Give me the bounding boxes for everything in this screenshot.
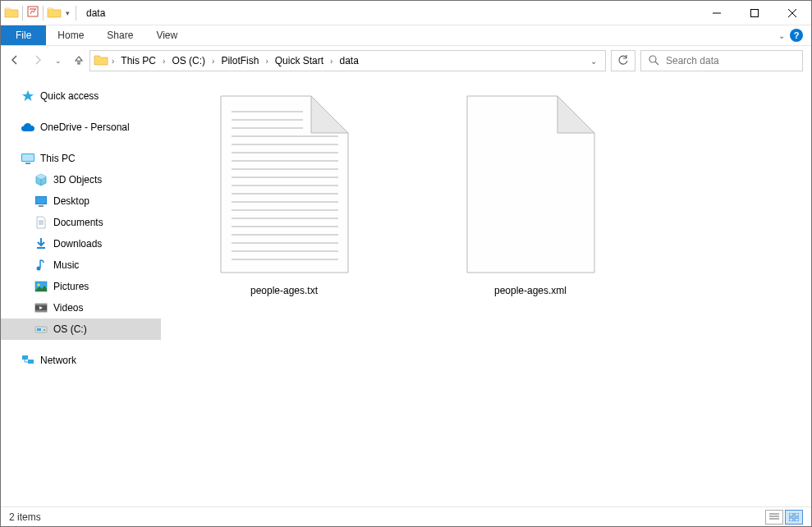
svg-rect-26 [22, 355, 28, 360]
back-button[interactable] [9, 54, 21, 68]
title-bar: ▾ data [1, 1, 811, 25]
video-icon [34, 300, 48, 315]
qat-dropdown-icon[interactable]: ▾ [63, 9, 72, 17]
recent-dropdown-icon[interactable]: ⌄ [55, 57, 62, 65]
file-label: people-ages.txt [250, 285, 318, 296]
tab-share[interactable]: Share [95, 25, 145, 45]
svg-rect-12 [39, 205, 44, 207]
svg-rect-11 [36, 197, 46, 204]
forward-button[interactable] [32, 54, 44, 68]
network-icon [21, 353, 35, 368]
svg-point-19 [38, 284, 40, 286]
window-title: data [86, 7, 698, 19]
picture-icon [34, 279, 48, 294]
quick-access-toolbar: ▾ [1, 5, 81, 21]
sidebar-os-drive[interactable]: OS (C:) [1, 318, 161, 340]
address-row: ⌄ › This PC › OS (C:) › PilotFish › Quic… [1, 46, 811, 76]
svg-point-5 [649, 56, 656, 62]
sidebar-documents[interactable]: Documents [1, 212, 161, 233]
svg-rect-22 [35, 310, 47, 312]
sidebar-item-label: Desktop [53, 195, 89, 207]
sidebar-3d-objects[interactable]: 3D Objects [1, 169, 161, 190]
pc-icon [21, 151, 35, 166]
svg-rect-2 [751, 9, 759, 16]
drive-icon [34, 322, 48, 337]
tab-home[interactable]: Home [46, 25, 95, 45]
details-view-button[interactable] [765, 510, 783, 525]
sidebar-item-label: 3D Objects [53, 174, 102, 186]
window-controls [698, 1, 811, 25]
chevron-right-icon[interactable]: › [264, 57, 269, 66]
cube-icon [34, 172, 48, 187]
ribbon-expand-icon[interactable]: ⌄ [778, 31, 785, 40]
txt-file-icon [217, 92, 352, 277]
breadcrumb[interactable]: This PC [117, 55, 159, 66]
tab-view[interactable]: View [145, 25, 189, 45]
search-input[interactable] [666, 55, 796, 66]
sidebar-music[interactable]: Music [1, 254, 161, 276]
search-box[interactable] [640, 50, 803, 71]
download-icon [34, 236, 48, 251]
sidebar-item-label: Videos [53, 302, 83, 314]
sidebar-pictures[interactable]: Pictures [1, 276, 161, 297]
up-button[interactable] [73, 54, 85, 68]
maximize-button[interactable] [736, 1, 773, 25]
file-menu[interactable]: File [1, 25, 46, 45]
sidebar-desktop[interactable]: Desktop [1, 190, 161, 212]
svg-rect-8 [22, 154, 34, 161]
status-text: 2 items [9, 511, 41, 523]
file-xml[interactable]: people-ages.xml [432, 92, 629, 296]
svg-rect-16 [37, 247, 45, 249]
breadcrumb[interactable]: data [336, 55, 361, 66]
refresh-button[interactable] [611, 50, 635, 71]
properties-icon[interactable] [26, 5, 39, 21]
sidebar-item-label: Network [40, 355, 76, 366]
minimize-button[interactable] [698, 1, 736, 25]
folder-icon[interactable] [47, 6, 62, 21]
breadcrumb[interactable]: PilotFish [218, 55, 262, 66]
svg-point-17 [37, 267, 41, 271]
thumbnails-view-button[interactable] [785, 510, 803, 525]
svg-rect-52 [789, 518, 793, 521]
folder-icon[interactable] [4, 6, 19, 21]
svg-line-6 [655, 62, 658, 65]
sidebar-this-pc[interactable]: This PC [1, 148, 161, 169]
help-icon[interactable]: ? [790, 29, 803, 42]
file-view[interactable]: people-ages.txt people-ages.xml [161, 76, 811, 506]
file-txt[interactable]: people-ages.txt [186, 92, 383, 296]
svg-rect-24 [37, 328, 41, 331]
svg-rect-21 [35, 304, 47, 305]
chevron-right-icon[interactable]: › [328, 57, 334, 66]
address-bar[interactable]: › This PC › OS (C:) › PilotFish › Quick … [89, 50, 606, 71]
sidebar-videos[interactable]: Videos [1, 297, 161, 318]
breadcrumb[interactable]: Quick Start [272, 55, 327, 66]
chevron-right-icon[interactable]: › [161, 57, 167, 66]
star-icon [21, 89, 35, 103]
svg-rect-51 [795, 513, 799, 516]
breadcrumb[interactable]: OS (C:) [168, 55, 209, 66]
sidebar-downloads[interactable]: Downloads [1, 233, 161, 254]
sidebar-quick-access[interactable]: Quick access [1, 85, 161, 107]
sidebar-item-label: OneDrive - Personal [40, 121, 130, 133]
sidebar-item-label: Quick access [40, 90, 99, 102]
close-button[interactable] [773, 1, 811, 25]
document-icon [34, 215, 48, 230]
address-dropdown-icon[interactable]: ⌄ [585, 57, 602, 66]
file-label: people-ages.xml [494, 285, 567, 296]
sidebar-item-label: OS (C:) [53, 323, 87, 335]
search-icon [648, 54, 659, 68]
music-icon [34, 258, 48, 273]
sidebar-network[interactable]: Network [1, 350, 161, 371]
sidebar-item-label: Documents [53, 217, 103, 228]
svg-rect-27 [28, 360, 34, 364]
cloud-icon [21, 120, 35, 135]
sidebar-item-label: This PC [40, 153, 76, 164]
folder-icon [94, 53, 108, 68]
status-bar: 2 items [1, 506, 811, 526]
xml-file-icon [463, 92, 599, 277]
chevron-right-icon[interactable]: › [110, 57, 116, 66]
svg-rect-50 [789, 513, 793, 516]
sidebar-onedrive[interactable]: OneDrive - Personal [1, 117, 161, 138]
sidebar-item-label: Downloads [53, 238, 102, 250]
chevron-right-icon[interactable]: › [210, 57, 216, 66]
